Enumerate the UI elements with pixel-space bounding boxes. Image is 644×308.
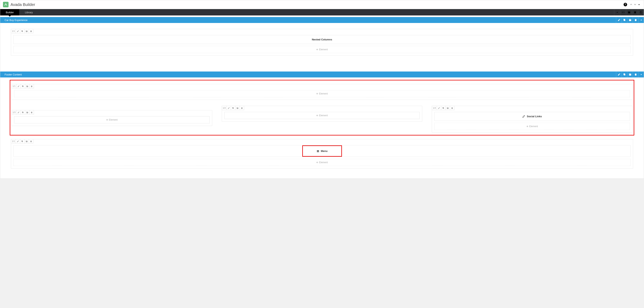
toolbar-collapse-button[interactable]	[614, 9, 620, 15]
element-label: Menu	[321, 150, 328, 153]
highlight-annotation-menu: Menu	[302, 145, 342, 157]
add-element-button[interactable]: Element	[224, 112, 420, 119]
column-clone-button[interactable]	[21, 84, 25, 88]
collapse-panel-button[interactable]	[638, 3, 641, 6]
column-trash-button[interactable]	[29, 29, 33, 33]
add-element-label: Element	[529, 125, 538, 128]
builder-panel: Avada Builder ? Builder Library Car Buy …	[0, 0, 644, 179]
add-element-button[interactable]: Element	[14, 46, 630, 53]
container-header[interactable]: Footer Content	[0, 71, 644, 77]
add-element-button[interactable]: Element	[14, 116, 210, 123]
column-clone-button[interactable]	[441, 106, 446, 110]
column-clone-button[interactable]	[20, 29, 24, 33]
plus-icon	[316, 161, 318, 163]
column-third-2[interactable]: 1/3 Element	[222, 106, 422, 122]
column-size-label[interactable]: 1/3	[432, 106, 437, 110]
column-size-label[interactable]: 1/3	[12, 110, 16, 115]
mode-tabs: Builder Library	[0, 9, 644, 15]
container-edit-button[interactable]	[616, 71, 622, 77]
add-element-label: Element	[319, 92, 328, 95]
column-save-button[interactable]	[24, 139, 29, 144]
toolbar-trash-button[interactable]	[632, 9, 638, 15]
element-label: Nested Columns	[312, 38, 332, 41]
container-body: 1/1 Nested Columns Element	[0, 23, 644, 71]
add-element-button[interactable]: Element	[14, 159, 630, 166]
column-save-button[interactable]	[24, 29, 29, 33]
container-body: 1/1 Element	[0, 77, 644, 174]
column-edit-button[interactable]	[437, 106, 441, 110]
container-title: Car Buy Experience	[4, 19, 28, 21]
column-trash-button[interactable]	[30, 110, 34, 115]
add-element-label: Element	[319, 161, 328, 164]
container-collapse-button[interactable]	[638, 17, 644, 23]
column-full[interactable]: 1/1 Nested Columns Element	[11, 29, 633, 56]
plus-icon	[316, 48, 318, 50]
column-third-1[interactable]: 1/3 Element	[12, 110, 212, 126]
column-size-label[interactable]: 1/1	[11, 139, 16, 144]
add-element-button[interactable]: Element	[434, 123, 630, 130]
column-toolbar: 1/1	[12, 84, 34, 88]
plus-icon	[526, 125, 528, 127]
column-edit-button[interactable]	[16, 139, 20, 144]
move-down-button[interactable]	[634, 3, 637, 6]
column-toolbar: 1/3	[222, 106, 244, 110]
container-edit-button[interactable]	[616, 17, 622, 23]
column-trash-button[interactable]	[450, 106, 454, 110]
column-full[interactable]: 1/1 Menu	[11, 139, 633, 168]
column-save-button[interactable]	[446, 106, 450, 110]
element-nested-columns[interactable]: Nested Columns	[14, 35, 630, 44]
column-size-label[interactable]: 1/1	[12, 84, 16, 88]
toolbar-code-button[interactable]	[620, 9, 626, 15]
column-save-button[interactable]	[236, 106, 240, 110]
column-toolbar: 1/3	[432, 106, 454, 110]
column-third-3[interactable]: 1/3 Social Links	[432, 106, 632, 133]
row-thirds: 1/3 Element	[12, 106, 632, 133]
container-trash-button[interactable]	[633, 17, 638, 23]
move-up-button[interactable]	[630, 3, 633, 6]
column-trash-button[interactable]	[29, 139, 33, 144]
toolbar-history-button[interactable]	[638, 9, 644, 15]
container-footer-content: Footer Content 1/1	[0, 71, 644, 174]
container-clone-button[interactable]	[622, 17, 627, 23]
plus-icon	[316, 93, 318, 95]
add-element-label: Element	[109, 119, 118, 121]
panel-title: Avada Builder	[10, 2, 35, 7]
column-clone-button[interactable]	[21, 110, 25, 115]
tab-builder[interactable]: Builder	[0, 9, 19, 15]
container-title: Footer Content	[4, 73, 22, 76]
element-social-links[interactable]: Social Links	[434, 112, 630, 121]
column-edit-button[interactable]	[16, 29, 20, 33]
container-save-button[interactable]	[627, 71, 633, 77]
column-edit-button[interactable]	[16, 84, 21, 88]
container-header[interactable]: Car Buy Experience	[0, 17, 644, 23]
avada-logo-icon	[3, 2, 8, 7]
column-trash-button[interactable]	[240, 106, 244, 110]
container-clone-button[interactable]	[622, 71, 627, 77]
column-save-button[interactable]	[25, 110, 30, 115]
add-element-label: Element	[319, 114, 328, 117]
column-save-button[interactable]	[25, 84, 30, 88]
add-element-button[interactable]: Element	[14, 90, 630, 97]
container-collapse-button[interactable]	[638, 71, 644, 77]
help-icon[interactable]: ?	[624, 3, 627, 6]
column-clone-button[interactable]	[20, 139, 24, 144]
column-edit-button[interactable]	[16, 110, 21, 115]
column-toolbar: 1/3	[12, 110, 34, 115]
container-save-button[interactable]	[627, 17, 633, 23]
row: 1/1 Element	[12, 82, 632, 100]
column-edit-button[interactable]	[227, 106, 231, 110]
builder-canvas: Car Buy Experience 1/1	[0, 15, 644, 178]
container-trash-button[interactable]	[633, 71, 638, 77]
toolbar-save-button[interactable]	[626, 9, 632, 15]
column-clone-button[interactable]	[231, 106, 236, 110]
menu-icon	[316, 150, 319, 153]
column-trash-button[interactable]	[30, 84, 34, 88]
column-size-label[interactable]: 1/1	[11, 29, 16, 33]
element-menu[interactable]: Menu	[303, 146, 341, 156]
column-size-label[interactable]: 1/3	[222, 106, 227, 110]
column-full[interactable]: 1/1 Element	[12, 84, 632, 100]
tab-library[interactable]: Library	[19, 9, 38, 15]
highlight-annotation-outer: 1/1 Element	[10, 80, 634, 136]
plus-icon	[106, 119, 108, 121]
column-toolbar: 1/1	[11, 29, 33, 33]
